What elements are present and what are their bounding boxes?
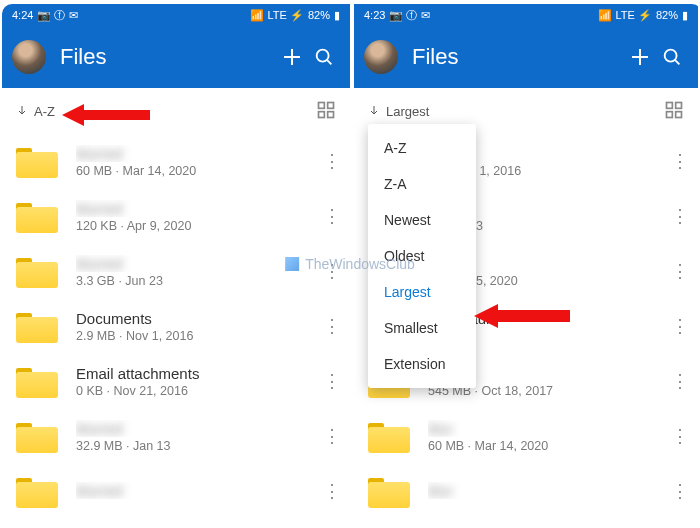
more-button[interactable]: ⋮ <box>320 205 344 227</box>
sort-option[interactable]: Z-A <box>368 166 476 202</box>
file-meta: 2.9 MB · Nov 1, 2016 <box>76 329 320 343</box>
more-button[interactable]: ⋮ <box>320 370 344 392</box>
file-list: blurred60 MB · Mar 14, 2020⋮blurred120 K… <box>2 134 350 519</box>
annotation-arrow <box>62 102 152 128</box>
svg-rect-8 <box>676 102 682 108</box>
more-button[interactable]: ⋮ <box>320 480 344 502</box>
file-row[interactable]: blurred120 KB · Apr 9, 2020⋮ <box>2 189 350 244</box>
add-button[interactable] <box>624 41 656 73</box>
folder-icon <box>16 199 58 233</box>
app-bar: Files <box>2 26 350 88</box>
more-button[interactable]: ⋮ <box>320 315 344 337</box>
phone-left: 4:24 📷 ⓕ ✉ 📶 LTE ⚡ 82% ▮ Files A-Z <box>2 4 350 524</box>
svg-rect-2 <box>328 102 334 108</box>
file-name: Email attachments <box>76 365 320 382</box>
more-button[interactable]: ⋮ <box>668 480 692 502</box>
file-name: blur <box>428 420 668 437</box>
more-button[interactable]: ⋮ <box>668 425 692 447</box>
more-button[interactable]: ⋮ <box>668 260 692 282</box>
folder-icon <box>16 309 58 343</box>
sort-arrow-icon <box>368 104 380 119</box>
avatar[interactable] <box>364 40 398 74</box>
sort-option[interactable]: Oldest <box>368 238 476 274</box>
file-row[interactable]: blur⋮ <box>354 464 698 519</box>
status-time: 4:23 <box>364 9 385 21</box>
folder-icon <box>368 474 410 508</box>
more-button[interactable]: ⋮ <box>668 205 692 227</box>
file-row[interactable]: blurred60 MB · Mar 14, 2020⋮ <box>2 134 350 189</box>
file-name: blurred <box>76 482 320 499</box>
file-row[interactable]: blurred3.3 GB · Jun 23⋮ <box>2 244 350 299</box>
status-battery: 82% <box>656 9 678 21</box>
more-button[interactable]: ⋮ <box>668 315 692 337</box>
sort-option[interactable]: Extension <box>368 346 476 382</box>
page-title: Files <box>412 44 624 70</box>
status-bar: 4:23 📷 ⓕ ✉ 📶 LTE ⚡ 82% ▮ <box>354 4 698 26</box>
file-name: blurred <box>76 420 320 437</box>
sort-option[interactable]: Largest <box>368 274 476 310</box>
svg-rect-1 <box>319 102 325 108</box>
file-meta: 120 KB · Apr 9, 2020 <box>76 219 320 233</box>
file-row[interactable]: blurred32.9 MB · Jan 13⋮ <box>2 409 350 464</box>
sort-option[interactable]: Newest <box>368 202 476 238</box>
sort-menu: A-ZZ-ANewestOldestLargestSmallestExtensi… <box>368 124 476 388</box>
svg-point-0 <box>317 50 329 62</box>
file-row[interactable]: blurred⋮ <box>2 464 350 519</box>
page-title: Files <box>60 44 276 70</box>
more-button[interactable]: ⋮ <box>668 150 692 172</box>
svg-rect-7 <box>667 102 673 108</box>
more-button[interactable]: ⋮ <box>320 150 344 172</box>
more-button[interactable]: ⋮ <box>320 260 344 282</box>
folder-icon <box>16 419 58 453</box>
phone-right: 4:23 📷 ⓕ ✉ 📶 LTE ⚡ 82% ▮ Files Largest <box>350 4 698 524</box>
sort-bar[interactable]: A-Z <box>2 88 350 134</box>
status-time: 4:24 <box>12 9 33 21</box>
status-battery: 82% <box>308 9 330 21</box>
svg-rect-4 <box>328 111 334 117</box>
sort-option[interactable]: Smallest <box>368 310 476 346</box>
file-name: blur <box>428 482 668 499</box>
file-name: blurred <box>76 255 320 272</box>
grid-view-icon[interactable] <box>316 100 336 123</box>
folder-icon <box>16 144 58 178</box>
file-row[interactable]: Documents2.9 MB · Nov 1, 2016⋮ <box>2 299 350 354</box>
file-meta: 3.3 GB · Jun 23 <box>76 274 320 288</box>
file-name: blurred <box>76 145 320 162</box>
folder-icon <box>16 254 58 288</box>
grid-view-icon[interactable] <box>664 100 684 123</box>
file-meta: 60 MB · Mar 14, 2020 <box>428 439 668 453</box>
sort-option[interactable]: A-Z <box>368 130 476 166</box>
svg-rect-9 <box>667 111 673 117</box>
sort-arrow-icon <box>16 104 28 119</box>
svg-rect-10 <box>676 111 682 117</box>
svg-rect-3 <box>319 111 325 117</box>
file-name: blurred <box>76 200 320 217</box>
folder-icon <box>16 474 58 508</box>
more-button[interactable]: ⋮ <box>320 425 344 447</box>
status-bar: 4:24 📷 ⓕ ✉ 📶 LTE ⚡ 82% ▮ <box>2 4 350 26</box>
annotation-arrow <box>474 302 574 330</box>
search-button[interactable] <box>308 41 340 73</box>
file-row[interactable]: blur60 MB · Mar 14, 2020⋮ <box>354 409 698 464</box>
file-meta: 60 MB · Mar 14, 2020 <box>76 164 320 178</box>
sort-label: Largest <box>386 104 429 119</box>
svg-marker-11 <box>474 304 570 328</box>
svg-marker-5 <box>62 104 150 126</box>
more-button[interactable]: ⋮ <box>668 370 692 392</box>
search-button[interactable] <box>656 41 688 73</box>
folder-icon <box>368 419 410 453</box>
file-meta: 0 KB · Nov 21, 2016 <box>76 384 320 398</box>
add-button[interactable] <box>276 41 308 73</box>
svg-point-6 <box>665 50 677 62</box>
file-name: Documents <box>76 310 320 327</box>
app-bar: Files <box>354 26 698 88</box>
file-row[interactable]: Email attachments0 KB · Nov 21, 2016⋮ <box>2 354 350 409</box>
avatar[interactable] <box>12 40 46 74</box>
sort-label: A-Z <box>34 104 55 119</box>
folder-icon <box>16 364 58 398</box>
file-meta: 32.9 MB · Jan 13 <box>76 439 320 453</box>
